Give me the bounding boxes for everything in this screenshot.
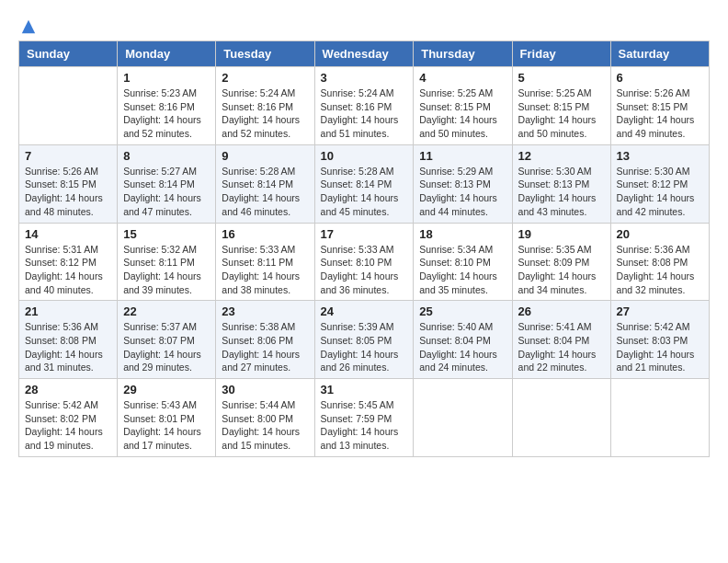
calendar-cell: 17Sunrise: 5:33 AM Sunset: 8:10 PM Dayli… [314,223,414,301]
calendar-cell: 15Sunrise: 5:32 AM Sunset: 8:11 PM Dayli… [118,223,216,301]
day-number: 25 [419,304,506,318]
day-info: Sunrise: 5:33 AM Sunset: 8:10 PM Dayligh… [321,243,408,297]
day-info: Sunrise: 5:44 AM Sunset: 8:00 PM Dayligh… [222,398,308,453]
day-info: Sunrise: 5:37 AM Sunset: 8:07 PM Dayligh… [123,320,210,374]
dow-header-thursday: Thursday [414,41,512,67]
calendar-week-4: 21Sunrise: 5:36 AM Sunset: 8:08 PM Dayli… [19,301,710,379]
day-info: Sunrise: 5:35 AM Sunset: 8:09 PM Dayligh… [518,243,605,297]
calendar-week-3: 14Sunrise: 5:31 AM Sunset: 8:12 PM Dayli… [19,223,710,301]
day-number: 16 [222,227,308,241]
day-number: 30 [222,383,308,396]
day-info: Sunrise: 5:26 AM Sunset: 8:15 PM Dayligh… [25,165,111,219]
day-info: Sunrise: 5:40 AM Sunset: 8:04 PM Dayligh… [419,320,506,374]
calendar-cell [19,67,118,145]
day-info: Sunrise: 5:24 AM Sunset: 8:16 PM Dayligh… [222,86,308,141]
calendar-cell: 6Sunrise: 5:26 AM Sunset: 8:15 PM Daylig… [610,67,709,145]
calendar-cell: 23Sunrise: 5:38 AM Sunset: 8:06 PM Dayli… [216,301,314,379]
day-info: Sunrise: 5:33 AM Sunset: 8:11 PM Dayligh… [222,243,308,297]
dow-header-monday: Monday [118,41,216,67]
day-info: Sunrise: 5:38 AM Sunset: 8:06 PM Dayligh… [222,320,308,374]
day-info: Sunrise: 5:36 AM Sunset: 8:08 PM Dayligh… [25,320,111,374]
calendar-cell: 13Sunrise: 5:30 AM Sunset: 8:12 PM Dayli… [610,144,709,223]
calendar-cell: 2Sunrise: 5:24 AM Sunset: 8:16 PM Daylig… [216,67,314,145]
day-info: Sunrise: 5:32 AM Sunset: 8:11 PM Dayligh… [123,243,210,297]
day-number: 7 [25,149,111,163]
calendar-week-2: 7Sunrise: 5:26 AM Sunset: 8:15 PM Daylig… [19,144,710,223]
day-number: 12 [518,149,605,163]
day-info: Sunrise: 5:31 AM Sunset: 8:12 PM Dayligh… [25,243,111,297]
logo-icon [20,18,37,35]
dow-header-wednesday: Wednesday [314,41,414,67]
calendar-table: SundayMondayTuesdayWednesdayThursdayFrid… [18,40,710,457]
day-number: 27 [617,304,703,318]
day-info: Sunrise: 5:28 AM Sunset: 8:14 PM Dayligh… [321,165,408,219]
calendar-cell: 18Sunrise: 5:34 AM Sunset: 8:10 PM Dayli… [414,223,512,301]
day-number: 15 [123,227,210,241]
day-info: Sunrise: 5:41 AM Sunset: 8:04 PM Dayligh… [518,320,605,374]
day-info: Sunrise: 5:23 AM Sunset: 8:16 PM Dayligh… [123,86,210,141]
calendar-cell: 25Sunrise: 5:40 AM Sunset: 8:04 PM Dayli… [414,301,512,379]
dow-header-tuesday: Tuesday [216,41,314,67]
day-number: 3 [321,71,408,85]
day-number: 8 [123,149,210,163]
day-info: Sunrise: 5:34 AM Sunset: 8:10 PM Dayligh… [419,243,506,297]
day-info: Sunrise: 5:30 AM Sunset: 8:12 PM Dayligh… [617,165,703,219]
calendar-cell: 22Sunrise: 5:37 AM Sunset: 8:07 PM Dayli… [118,301,216,379]
day-info: Sunrise: 5:42 AM Sunset: 8:03 PM Dayligh… [617,320,703,374]
calendar-cell [610,379,709,457]
calendar-cell: 20Sunrise: 5:36 AM Sunset: 8:08 PM Dayli… [610,223,709,301]
day-number: 11 [419,149,506,163]
calendar-cell [512,379,610,457]
day-number: 26 [518,304,605,318]
calendar-cell: 28Sunrise: 5:42 AM Sunset: 8:02 PM Dayli… [19,379,118,457]
calendar-cell: 10Sunrise: 5:28 AM Sunset: 8:14 PM Dayli… [314,144,414,223]
day-number: 17 [321,227,408,241]
day-number: 31 [321,383,408,396]
day-number: 1 [123,71,210,85]
day-number: 22 [123,304,210,318]
svg-marker-0 [22,20,35,33]
day-info: Sunrise: 5:24 AM Sunset: 8:16 PM Dayligh… [321,86,408,141]
day-number: 21 [25,304,111,318]
day-number: 9 [222,149,308,163]
calendar-cell: 8Sunrise: 5:27 AM Sunset: 8:14 PM Daylig… [118,144,216,223]
calendar-cell: 30Sunrise: 5:44 AM Sunset: 8:00 PM Dayli… [216,379,314,457]
day-number: 24 [321,304,408,318]
day-info: Sunrise: 5:29 AM Sunset: 8:13 PM Dayligh… [419,165,506,219]
calendar-cell: 19Sunrise: 5:35 AM Sunset: 8:09 PM Dayli… [512,223,610,301]
calendar-cell: 29Sunrise: 5:43 AM Sunset: 8:01 PM Dayli… [118,379,216,457]
calendar-week-1: 1Sunrise: 5:23 AM Sunset: 8:16 PM Daylig… [19,67,710,145]
day-number: 5 [518,71,605,85]
logo [18,18,37,31]
calendar-cell: 7Sunrise: 5:26 AM Sunset: 8:15 PM Daylig… [19,144,118,223]
calendar-cell: 27Sunrise: 5:42 AM Sunset: 8:03 PM Dayli… [610,301,709,379]
day-number: 10 [321,149,408,163]
day-number: 13 [617,149,703,163]
day-info: Sunrise: 5:30 AM Sunset: 8:13 PM Dayligh… [518,165,605,219]
day-info: Sunrise: 5:25 AM Sunset: 8:15 PM Dayligh… [518,86,605,141]
calendar-cell: 16Sunrise: 5:33 AM Sunset: 8:11 PM Dayli… [216,223,314,301]
calendar-cell: 14Sunrise: 5:31 AM Sunset: 8:12 PM Dayli… [19,223,118,301]
day-number: 4 [419,71,506,85]
dow-header-sunday: Sunday [19,41,118,67]
day-info: Sunrise: 5:43 AM Sunset: 8:01 PM Dayligh… [123,398,210,453]
day-number: 18 [419,227,506,241]
day-info: Sunrise: 5:39 AM Sunset: 8:05 PM Dayligh… [321,320,408,374]
day-info: Sunrise: 5:45 AM Sunset: 7:59 PM Dayligh… [321,398,408,453]
calendar-cell: 21Sunrise: 5:36 AM Sunset: 8:08 PM Dayli… [19,301,118,379]
day-number: 28 [25,383,111,396]
calendar-cell [414,379,512,457]
day-number: 14 [25,227,111,241]
calendar-cell: 11Sunrise: 5:29 AM Sunset: 8:13 PM Dayli… [414,144,512,223]
day-number: 20 [617,227,703,241]
dow-header-friday: Friday [512,41,610,67]
calendar-cell: 12Sunrise: 5:30 AM Sunset: 8:13 PM Dayli… [512,144,610,223]
day-number: 2 [222,71,308,85]
day-number: 19 [518,227,605,241]
calendar-cell: 24Sunrise: 5:39 AM Sunset: 8:05 PM Dayli… [314,301,414,379]
day-info: Sunrise: 5:25 AM Sunset: 8:15 PM Dayligh… [419,86,506,141]
day-info: Sunrise: 5:26 AM Sunset: 8:15 PM Dayligh… [617,86,703,141]
calendar-cell: 4Sunrise: 5:25 AM Sunset: 8:15 PM Daylig… [414,67,512,145]
day-number: 6 [617,71,703,85]
day-info: Sunrise: 5:42 AM Sunset: 8:02 PM Dayligh… [25,398,111,453]
